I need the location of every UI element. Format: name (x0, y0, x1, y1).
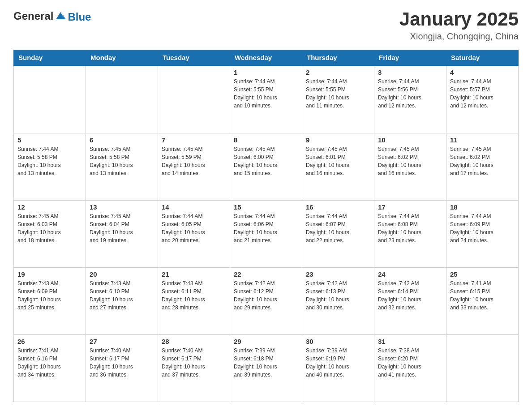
calendar-cell: 12Sunrise: 7:45 AMSunset: 6:03 PMDayligh… (14, 200, 86, 267)
calendar-week-row: 12Sunrise: 7:45 AMSunset: 6:03 PMDayligh… (14, 200, 519, 267)
day-info: Sunrise: 7:42 AMSunset: 6:14 PMDaylight:… (378, 279, 442, 312)
day-info: Sunrise: 7:43 AMSunset: 6:11 PMDaylight:… (162, 279, 226, 312)
day-info: Sunrise: 7:45 AMSunset: 6:03 PMDaylight:… (17, 212, 82, 244)
day-number: 19 (17, 270, 82, 278)
calendar-cell: 9Sunrise: 7:45 AMSunset: 6:01 PMDaylight… (302, 133, 374, 200)
day-info: Sunrise: 7:45 AMSunset: 6:04 PMDaylight:… (90, 212, 154, 244)
day-number: 9 (306, 136, 370, 144)
calendar-cell: 31Sunrise: 7:38 AMSunset: 6:20 PMDayligh… (374, 334, 446, 402)
day-info: Sunrise: 7:44 AMSunset: 6:08 PMDaylight:… (378, 212, 442, 244)
day-info: Sunrise: 7:45 AMSunset: 6:02 PMDaylight:… (450, 145, 515, 177)
day-number: 18 (450, 203, 515, 211)
calendar-cell: 28Sunrise: 7:40 AMSunset: 6:17 PMDayligh… (158, 334, 230, 402)
calendar-cell: 19Sunrise: 7:43 AMSunset: 6:09 PMDayligh… (14, 267, 86, 334)
day-info: Sunrise: 7:43 AMSunset: 6:09 PMDaylight:… (17, 279, 82, 312)
day-number: 17 (378, 203, 442, 211)
day-number: 5 (17, 136, 82, 144)
calendar-cell: 27Sunrise: 7:40 AMSunset: 6:17 PMDayligh… (86, 334, 158, 402)
calendar-cell: 10Sunrise: 7:45 AMSunset: 6:02 PMDayligh… (374, 133, 446, 200)
day-info: Sunrise: 7:39 AMSunset: 6:19 PMDaylight:… (306, 347, 370, 379)
calendar-cell: 29Sunrise: 7:39 AMSunset: 6:18 PMDayligh… (230, 334, 302, 402)
day-number: 28 (162, 338, 226, 345)
day-info: Sunrise: 7:44 AMSunset: 6:07 PMDaylight:… (306, 212, 370, 244)
day-info: Sunrise: 7:44 AMSunset: 6:09 PMDaylight:… (450, 212, 515, 244)
day-info: Sunrise: 7:44 AMSunset: 5:56 PMDaylight:… (378, 77, 442, 110)
logo-general: General (13, 10, 53, 22)
calendar-cell: 5Sunrise: 7:44 AMSunset: 5:58 PMDaylight… (14, 133, 86, 200)
day-number: 13 (90, 203, 154, 211)
logo-blue: Blue (68, 11, 91, 23)
col-thursday: Thursday (302, 50, 374, 66)
day-info: Sunrise: 7:45 AMSunset: 6:02 PMDaylight:… (378, 145, 442, 177)
calendar-cell: 20Sunrise: 7:43 AMSunset: 6:10 PMDayligh… (86, 267, 158, 334)
calendar-cell (158, 65, 230, 133)
day-number: 22 (234, 270, 298, 278)
day-number: 2 (306, 68, 370, 76)
day-info: Sunrise: 7:42 AMSunset: 6:13 PMDaylight:… (306, 279, 370, 312)
col-friday: Friday (374, 50, 446, 66)
day-number: 25 (450, 270, 515, 278)
day-info: Sunrise: 7:44 AMSunset: 6:05 PMDaylight:… (162, 212, 226, 244)
location: Xiongjia, Chongqing, China (399, 31, 519, 42)
calendar-cell: 3Sunrise: 7:44 AMSunset: 5:56 PMDaylight… (374, 65, 446, 133)
calendar-cell: 26Sunrise: 7:41 AMSunset: 6:16 PMDayligh… (14, 334, 86, 402)
day-number: 8 (234, 136, 298, 144)
calendar-cell: 16Sunrise: 7:44 AMSunset: 6:07 PMDayligh… (302, 200, 374, 267)
calendar-cell: 15Sunrise: 7:44 AMSunset: 6:06 PMDayligh… (230, 200, 302, 267)
calendar-cell (14, 65, 86, 133)
day-info: Sunrise: 7:43 AMSunset: 6:10 PMDaylight:… (90, 279, 154, 312)
day-number: 31 (378, 338, 442, 345)
day-info: Sunrise: 7:45 AMSunset: 6:00 PMDaylight:… (234, 145, 298, 177)
day-info: Sunrise: 7:42 AMSunset: 6:12 PMDaylight:… (234, 279, 298, 312)
day-info: Sunrise: 7:41 AMSunset: 6:16 PMDaylight:… (17, 347, 82, 379)
day-number: 26 (17, 338, 82, 345)
day-number: 7 (162, 136, 226, 144)
calendar-header-row: Sunday Monday Tuesday Wednesday Thursday… (14, 50, 519, 66)
day-number: 27 (90, 338, 154, 345)
calendar-week-row: 19Sunrise: 7:43 AMSunset: 6:09 PMDayligh… (14, 267, 519, 334)
header: General Blue January 2025 Xiongjia, Chon… (13, 9, 519, 42)
day-number: 30 (306, 338, 370, 345)
calendar-cell: 8Sunrise: 7:45 AMSunset: 6:00 PMDaylight… (230, 133, 302, 200)
day-info: Sunrise: 7:44 AMSunset: 6:06 PMDaylight:… (234, 212, 298, 244)
calendar-cell: 17Sunrise: 7:44 AMSunset: 6:08 PMDayligh… (374, 200, 446, 267)
day-number: 1 (234, 68, 298, 76)
calendar-cell: 11Sunrise: 7:45 AMSunset: 6:02 PMDayligh… (446, 133, 519, 200)
calendar-cell: 7Sunrise: 7:45 AMSunset: 5:59 PMDaylight… (158, 133, 230, 200)
day-info: Sunrise: 7:44 AMSunset: 5:58 PMDaylight:… (17, 145, 82, 177)
calendar-cell: 23Sunrise: 7:42 AMSunset: 6:13 PMDayligh… (302, 267, 374, 334)
month-year: January 2025 (399, 9, 519, 30)
calendar-cell: 24Sunrise: 7:42 AMSunset: 6:14 PMDayligh… (374, 267, 446, 334)
col-sunday: Sunday (14, 50, 86, 66)
day-info: Sunrise: 7:38 AMSunset: 6:20 PMDaylight:… (378, 347, 442, 379)
day-number: 20 (90, 270, 154, 278)
day-number: 21 (162, 270, 226, 278)
calendar-cell: 1Sunrise: 7:44 AMSunset: 5:55 PMDaylight… (230, 65, 302, 133)
day-info: Sunrise: 7:45 AMSunset: 5:59 PMDaylight:… (162, 145, 226, 177)
day-info: Sunrise: 7:44 AMSunset: 5:55 PMDaylight:… (306, 77, 370, 110)
logo: General Blue (13, 9, 91, 23)
calendar-cell: 22Sunrise: 7:42 AMSunset: 6:12 PMDayligh… (230, 267, 302, 334)
calendar-cell: 14Sunrise: 7:44 AMSunset: 6:05 PMDayligh… (158, 200, 230, 267)
day-number: 24 (378, 270, 442, 278)
day-info: Sunrise: 7:44 AMSunset: 5:55 PMDaylight:… (234, 77, 298, 110)
day-number: 14 (162, 203, 226, 211)
day-number: 3 (378, 68, 442, 76)
calendar-cell: 21Sunrise: 7:43 AMSunset: 6:11 PMDayligh… (158, 267, 230, 334)
calendar-table: Sunday Monday Tuesday Wednesday Thursday… (13, 50, 519, 402)
day-number: 10 (378, 136, 442, 144)
calendar-week-row: 1Sunrise: 7:44 AMSunset: 5:55 PMDaylight… (14, 65, 519, 133)
calendar-cell: 2Sunrise: 7:44 AMSunset: 5:55 PMDaylight… (302, 65, 374, 133)
calendar-cell: 25Sunrise: 7:41 AMSunset: 6:15 PMDayligh… (446, 267, 519, 334)
calendar-week-row: 5Sunrise: 7:44 AMSunset: 5:58 PMDaylight… (14, 133, 519, 200)
calendar-cell: 4Sunrise: 7:44 AMSunset: 5:57 PMDaylight… (446, 65, 519, 133)
col-monday: Monday (86, 50, 158, 66)
day-info: Sunrise: 7:45 AMSunset: 6:01 PMDaylight:… (306, 145, 370, 177)
calendar-cell: 13Sunrise: 7:45 AMSunset: 6:04 PMDayligh… (86, 200, 158, 267)
day-number: 16 (306, 203, 370, 211)
logo-icon (54, 9, 67, 22)
calendar-cell (446, 334, 519, 402)
calendar-cell: 30Sunrise: 7:39 AMSunset: 6:19 PMDayligh… (302, 334, 374, 402)
calendar-cell: 6Sunrise: 7:45 AMSunset: 5:58 PMDaylight… (86, 133, 158, 200)
day-info: Sunrise: 7:44 AMSunset: 5:57 PMDaylight:… (450, 77, 515, 110)
